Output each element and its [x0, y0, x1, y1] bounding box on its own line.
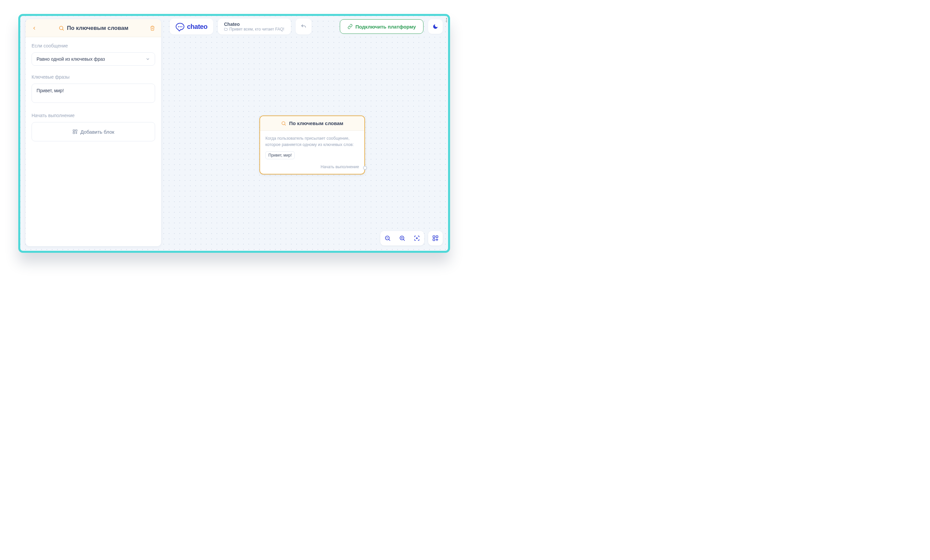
delete-button[interactable] — [148, 24, 156, 32]
svg-rect-18 — [436, 236, 438, 238]
breadcrumb-subtitle: Привет всем, кто читает FAQ! — [224, 27, 285, 32]
inspector-body: Если сообщение Равно одной из ключевых ф… — [26, 37, 161, 147]
fit-view-button[interactable] — [410, 231, 424, 245]
app-window: По ключевым словам Если сообщение Равно … — [18, 14, 450, 253]
phrases-value: Привет, мир! — [37, 88, 64, 93]
phrases-input[interactable]: Привет, мир! — [32, 84, 155, 103]
inspector-title: По ключевым словам — [67, 25, 129, 32]
folder-icon — [224, 27, 228, 31]
start-label: Начать выполнение — [32, 113, 155, 118]
canvas-controls — [380, 231, 443, 245]
inspector-title-wrap: По ключевым словам — [38, 25, 148, 32]
condition-label: Если сообщение — [32, 43, 155, 48]
svg-point-16 — [416, 238, 417, 239]
add-block-icon — [72, 129, 78, 134]
logo-icon — [176, 23, 184, 30]
svg-line-1 — [62, 29, 63, 30]
svg-point-7 — [282, 121, 285, 124]
node-keyword-chip: Привет, мир! — [265, 151, 295, 159]
node-keyword-trigger[interactable]: По ключевым словам Когда пользователь пр… — [259, 115, 365, 175]
breadcrumb-title: Chateo — [224, 21, 285, 27]
add-node-card — [428, 231, 443, 245]
svg-line-13 — [403, 239, 405, 241]
zoom-controls — [380, 231, 424, 245]
svg-rect-19 — [433, 239, 435, 241]
svg-line-10 — [389, 239, 390, 241]
node-header: По ключевым словам — [260, 116, 364, 131]
logo[interactable]: chateo — [170, 18, 213, 34]
search-icon — [59, 25, 65, 31]
connect-platform-button[interactable]: Подключить платформу — [340, 19, 423, 34]
add-block-label: Добавить блок — [80, 129, 114, 135]
phrases-label: Ключевые фразы — [32, 74, 155, 80]
node-footer-label: Начать выполнение — [320, 164, 359, 169]
node-output-port[interactable] — [363, 166, 367, 170]
chevron-down-icon — [145, 57, 150, 61]
condition-select-value: Равно одной из ключевых фраз — [37, 57, 105, 62]
node-body: Когда пользователь присылает сообщение, … — [260, 131, 364, 163]
node-description: Когда пользователь присылает сообщение, … — [265, 135, 359, 148]
svg-rect-2 — [73, 130, 75, 131]
node-title: По ключевым словам — [289, 120, 343, 126]
inspector-header: По ключевым словам — [26, 19, 161, 37]
svg-line-8 — [285, 124, 286, 126]
back-button[interactable] — [30, 24, 38, 32]
search-icon — [281, 121, 286, 126]
breadcrumb[interactable]: Chateo Привет всем, кто читает FAQ! — [218, 18, 291, 34]
theme-toggle[interactable] — [428, 19, 443, 34]
svg-rect-4 — [73, 132, 75, 134]
window-drag-handle[interactable] — [446, 18, 447, 22]
svg-point-0 — [60, 26, 63, 30]
add-block-button[interactable]: Добавить блок — [32, 122, 155, 141]
condition-select[interactable]: Равно одной из ключевых фраз — [32, 52, 155, 66]
logo-text: chateo — [187, 23, 207, 31]
link-icon — [347, 24, 353, 29]
node-footer: Начать выполнение — [260, 163, 364, 174]
add-node-button[interactable] — [428, 231, 443, 245]
undo-button[interactable] — [296, 18, 311, 34]
connect-platform-label: Подключить платформу — [356, 24, 416, 29]
inspector-panel: По ключевым словам Если сообщение Равно … — [26, 19, 161, 246]
svg-rect-17 — [433, 236, 435, 238]
svg-rect-3 — [75, 130, 77, 131]
zoom-out-button[interactable] — [380, 231, 395, 245]
moon-icon — [433, 23, 439, 29]
zoom-in-button[interactable] — [395, 231, 410, 245]
